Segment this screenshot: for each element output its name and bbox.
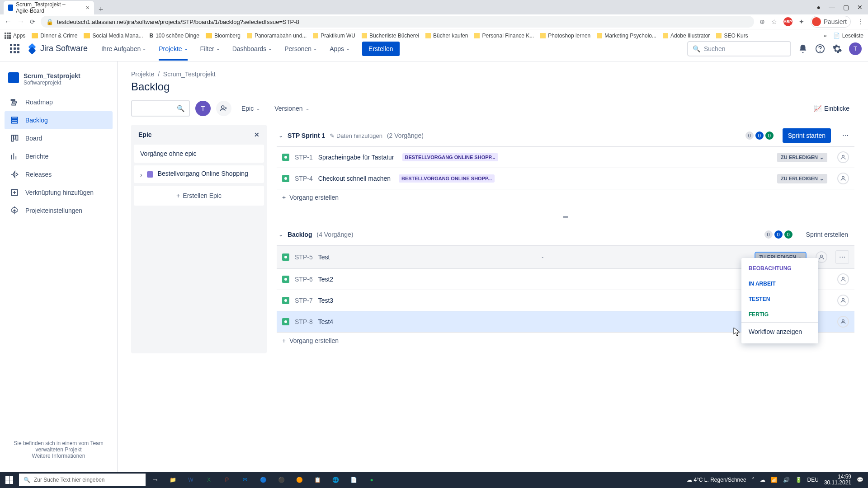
user-filter-avatar[interactable]: T [195, 101, 211, 116]
app-icon[interactable]: 📄 [344, 472, 363, 488]
sidebar-item-reports[interactable]: Berichte [5, 147, 113, 165]
reload-icon[interactable]: ⟳ [30, 18, 35, 25]
bookmark-item[interactable]: Adobe Illustrator [663, 33, 710, 39]
sidebar-item-backlog[interactable]: Backlog [5, 111, 113, 129]
profile-badge[interactable]: Pausiert [811, 16, 851, 28]
create-button[interactable]: Erstellen [362, 42, 399, 56]
epic-tag[interactable]: BESTELLVORGANG ONLINE SHOPP... [399, 174, 495, 183]
app-icon[interactable]: 📋 [308, 472, 326, 488]
status-option-testen[interactable]: TESTEN [741, 291, 818, 307]
epic-item[interactable]: › Bestellvorgang Online Shopping [134, 165, 264, 183]
bookmark-item[interactable]: Bücherliste Bücherei [362, 33, 419, 39]
new-tab-button[interactable]: + [94, 5, 108, 14]
nav-your-tasks[interactable]: Ihre Aufgaben⌄ [97, 37, 151, 61]
epic-tag[interactable]: BESTELLVORGANG ONLINE SHOPP... [402, 153, 498, 161]
maximize-icon[interactable]: ▢ [843, 4, 849, 11]
word-icon[interactable]: W [182, 472, 200, 488]
nav-people[interactable]: Personen⌄ [280, 37, 321, 61]
bookmark-item[interactable]: Dinner & Crime [32, 33, 77, 39]
task-view-icon[interactable]: ▭ [146, 472, 164, 488]
epic-panel-close-icon[interactable]: ✕ [254, 131, 259, 138]
sidebar-item-settings[interactable]: Projekteinstellungen [5, 202, 113, 220]
tab-close-icon[interactable]: × [86, 4, 90, 11]
epic-create-button[interactable]: +Erstellen Epic [134, 186, 264, 206]
assignee-empty-icon[interactable] [837, 173, 849, 184]
app-icon[interactable]: 🟠 [290, 472, 308, 488]
chrome-menu-icon[interactable]: ⋮ [857, 18, 863, 25]
bookmark-item[interactable]: SEO Kurs [716, 33, 748, 39]
chrome-icon[interactable]: 🔵 [254, 472, 272, 488]
bookmark-readlist[interactable]: 📄Leseliste [833, 33, 863, 39]
status-dropdown[interactable]: ZU ERLEDIGEN⌄ [777, 153, 827, 162]
create-sprint-button[interactable]: Sprint erstellen [802, 227, 853, 242]
insights-button[interactable]: 📈Einblicke [809, 102, 854, 115]
footer-link[interactable]: Weitere Informationen [32, 453, 85, 459]
favorite-icon[interactable]: ☆ [771, 18, 777, 25]
notifications-tray-icon[interactable]: 💬 [857, 477, 863, 483]
assignee-empty-icon[interactable] [837, 295, 849, 306]
sidebar-item-releases[interactable]: Releases [5, 165, 113, 183]
assignee-empty-icon[interactable] [837, 316, 849, 328]
mail-icon[interactable]: ✉ [236, 472, 254, 488]
tray-chevron-icon[interactable]: ˄ [752, 477, 755, 483]
add-user-button[interactable] [216, 101, 231, 116]
start-sprint-button[interactable]: Sprint starten [783, 128, 831, 143]
bookmark-item[interactable]: Bücher kaufen [425, 33, 468, 39]
add-dates-button[interactable]: ✎Daten hinzufügen [330, 132, 382, 139]
assignee-empty-icon[interactable] [837, 273, 849, 285]
collapse-icon[interactable]: ⌄ [278, 231, 283, 238]
abp-icon[interactable]: ABP [783, 17, 793, 26]
issue-row[interactable]: STP-1 Spracheingabe für Tastatur BESTELL… [277, 146, 854, 168]
obs-icon[interactable]: ⚫ [272, 472, 290, 488]
status-option-in-arbeit[interactable]: IN ARBEIT [741, 276, 818, 291]
onedrive-icon[interactable]: ☁ [760, 477, 765, 483]
bookmark-item[interactable]: Marketing Psycholo... [597, 33, 656, 39]
volume-icon[interactable]: 🔊 [783, 477, 790, 483]
sidebar-item-roadmap[interactable]: Roadmap [5, 93, 113, 111]
epic-no-epic[interactable]: Vorgänge ohne epic [134, 145, 264, 163]
backlog-search-input[interactable]: 🔍 [131, 100, 190, 117]
nav-projects[interactable]: Projekte⌄ [154, 37, 192, 61]
bookmark-apps[interactable]: Apps [5, 33, 25, 39]
taskbar-search[interactable]: 🔍Zur Suche Text hier eingeben [19, 474, 146, 486]
help-icon[interactable] [815, 43, 826, 54]
minimize-icon[interactable]: — [829, 4, 835, 11]
bookmark-item[interactable]: Personal Finance K... [474, 33, 534, 39]
issue-more-button[interactable]: ⋯ [835, 250, 849, 264]
powerpoint-icon[interactable]: P [218, 472, 236, 488]
browser-tab[interactable]: Scrum_Testprojekt – Agile-Board × [4, 1, 94, 14]
breadcrumb-projects[interactable]: Projekte [131, 70, 154, 78]
start-button[interactable] [0, 472, 18, 488]
status-workflow-link[interactable]: Workflow anzeigen [741, 322, 818, 341]
search-input[interactable]: 🔍 Suchen [687, 41, 791, 56]
create-issue-button[interactable]: +Vorgang erstellen [277, 189, 854, 206]
status-option-fertig[interactable]: FERTIG [741, 307, 818, 322]
epic-filter[interactable]: Epic⌄ [237, 101, 264, 116]
resize-handle[interactable]: ═ [277, 210, 854, 224]
sidebar-item-link[interactable]: Verknüpfung hinzufügen [5, 183, 113, 202]
user-avatar[interactable]: T [849, 42, 862, 55]
wifi-icon[interactable]: 📶 [771, 477, 778, 483]
jira-logo[interactable]: Jira Software [27, 43, 88, 54]
status-dropdown[interactable]: ZU ERLEDIGEN⌄ [777, 174, 827, 183]
notifications-icon[interactable] [797, 43, 808, 54]
bookmark-item[interactable]: Photoshop lernen [540, 33, 590, 39]
issue-row[interactable]: STP-4 Checkout schnell machen BESTELLVOR… [277, 168, 854, 189]
extensions-icon[interactable]: ✦ [799, 18, 804, 25]
explorer-icon[interactable]: 📁 [164, 472, 182, 488]
assignee-empty-icon[interactable] [837, 151, 849, 163]
spotify-icon[interactable]: ● [363, 472, 381, 488]
clock[interactable]: 14:59 30.11.2021 [824, 474, 851, 486]
settings-icon[interactable] [832, 43, 843, 54]
project-header[interactable]: Scrum_Testprojekt Softwareprojekt [5, 70, 113, 93]
excel-icon[interactable]: X [200, 472, 218, 488]
collapse-icon[interactable]: ⌄ [278, 132, 283, 139]
close-icon[interactable]: ✕ [857, 4, 863, 11]
nav-filters[interactable]: Filter⌄ [196, 37, 224, 61]
sidebar-item-board[interactable]: Board [5, 129, 113, 147]
app-switcher-icon[interactable] [6, 40, 23, 57]
bookmark-more[interactable]: » [824, 33, 827, 39]
back-icon[interactable]: ← [5, 18, 12, 26]
weather-widget[interactable]: ☁ 4°C L. Regen/Schnee [687, 477, 746, 483]
nav-apps[interactable]: Apps⌄ [325, 37, 354, 61]
